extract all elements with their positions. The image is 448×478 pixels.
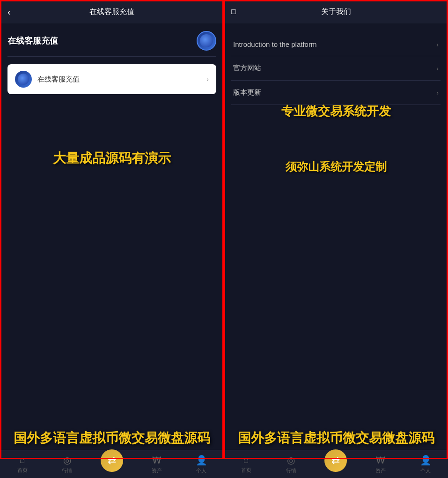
- right-panel: □ 关于我们 Introduction to the platform › 官方…: [224, 0, 448, 478]
- service-title: 在线客服充值: [7, 35, 58, 46]
- left-topbar-title: 在线客服充值: [89, 7, 134, 17]
- menu-intro-label: Introduction to the platform: [233, 40, 316, 48]
- service-item-label: 在线客服充值: [37, 75, 201, 84]
- bottom-watermark-left: 国外多语言虚拟币微交易微盘源码: [0, 426, 224, 450]
- service-item-avatar: [15, 71, 32, 88]
- left-content: 在线客服充值 在线客服充值 ›: [0, 23, 224, 450]
- market-label: 行情: [62, 467, 72, 474]
- assets-icon-right: ₩: [376, 455, 385, 466]
- right-topbar: □ 关于我们: [224, 0, 448, 23]
- trade-icon: ⇄: [108, 455, 116, 467]
- trade-center-button[interactable]: ⇄: [101, 449, 123, 472]
- nav-market-right[interactable]: ◎ 行情: [269, 455, 314, 474]
- nav-assets-right[interactable]: ₩ 资产: [358, 455, 403, 474]
- service-item-arrow: ›: [206, 75, 209, 83]
- nav-market-left[interactable]: ◎ 行情: [45, 455, 90, 474]
- menu-item-website[interactable]: 官方网站 ›: [231, 56, 441, 81]
- right-content: Introduction to the platform › 官方网站 › 版本…: [224, 23, 448, 450]
- back-button[interactable]: ‹: [7, 7, 11, 17]
- menu-website-arrow: ›: [436, 65, 439, 72]
- profile-label: 个人: [196, 467, 206, 474]
- topbar-square-icon: □: [231, 7, 236, 16]
- menu-list: Introduction to the platform › 官方网站 › 版本…: [231, 33, 441, 105]
- left-topbar: ‹ 在线客服充值: [0, 0, 224, 23]
- menu-update-label: 版本更新: [233, 88, 261, 97]
- left-panel: ‹ 在线客服充值 在线客服充值 在线客服充值 › 大量成品源码有演示 国外多语言…: [0, 0, 224, 478]
- menu-intro-arrow: ›: [436, 41, 439, 48]
- nav-home-left[interactable]: ⌂ 首页: [0, 455, 45, 474]
- market-label-right: 行情: [286, 467, 296, 474]
- right-topbar-title: 关于我们: [321, 7, 351, 17]
- home-icon: ⌂: [20, 455, 25, 465]
- service-header-icon: [197, 31, 216, 51]
- right-watermark-bottom: 须弥山系统开发定制: [231, 159, 441, 174]
- home-label-right: 首页: [241, 467, 251, 474]
- service-header-icon-inner: [200, 34, 213, 47]
- profile-icon-right: 👤: [420, 455, 432, 466]
- trade-center-button-right[interactable]: ⇄: [324, 449, 347, 472]
- market-icon: ◎: [63, 455, 71, 466]
- menu-website-label: 官方网站: [233, 64, 261, 73]
- market-icon-right: ◎: [287, 455, 295, 466]
- left-watermark: 大量成品源码有演示: [9, 150, 214, 167]
- profile-label-right: 个人: [420, 467, 431, 474]
- assets-label-right: 资产: [375, 467, 386, 474]
- bottom-watermark-right: 国外多语言虚拟币微交易微盘源码: [224, 426, 448, 450]
- home-label: 首页: [17, 467, 28, 474]
- assets-icon: ₩: [152, 455, 162, 466]
- service-item-icon-inner: [18, 74, 29, 85]
- nav-profile-right[interactable]: 👤 个人: [403, 455, 448, 474]
- right-bottom-nav: ⌂ 首页 ◎ 行情 ⇄ ₩ 资产 👤 个人: [224, 450, 448, 478]
- left-bottom-nav: ⌂ 首页 ◎ 行情 ⇄ ₩ 资产 👤 个人: [0, 450, 224, 478]
- service-list-item[interactable]: 在线客服充值 ›: [7, 64, 216, 94]
- home-icon-right: ⌂: [243, 455, 249, 465]
- nav-profile-left[interactable]: 👤 个人: [179, 455, 224, 474]
- nav-assets-left[interactable]: ₩ 资产: [134, 455, 179, 474]
- nav-trade-left[interactable]: ⇄: [89, 457, 134, 472]
- nav-home-right[interactable]: ⌂ 首页: [224, 455, 269, 474]
- right-watermark-top: 专业微交易系统开发: [231, 103, 441, 120]
- profile-icon: 👤: [196, 455, 207, 466]
- menu-item-update[interactable]: 版本更新 ›: [231, 81, 441, 105]
- nav-trade-right[interactable]: ⇄: [314, 457, 359, 472]
- assets-label: 资产: [152, 467, 162, 474]
- trade-icon-right: ⇄: [331, 455, 340, 467]
- menu-update-arrow: ›: [436, 89, 439, 97]
- service-header: 在线客服充值: [7, 31, 216, 57]
- menu-item-intro[interactable]: Introduction to the platform ›: [231, 33, 441, 56]
